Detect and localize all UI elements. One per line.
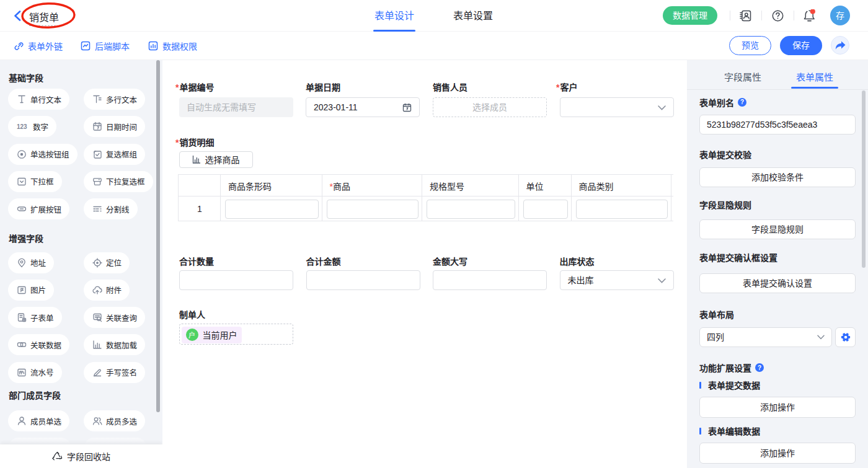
svg-text:123: 123	[17, 123, 27, 130]
